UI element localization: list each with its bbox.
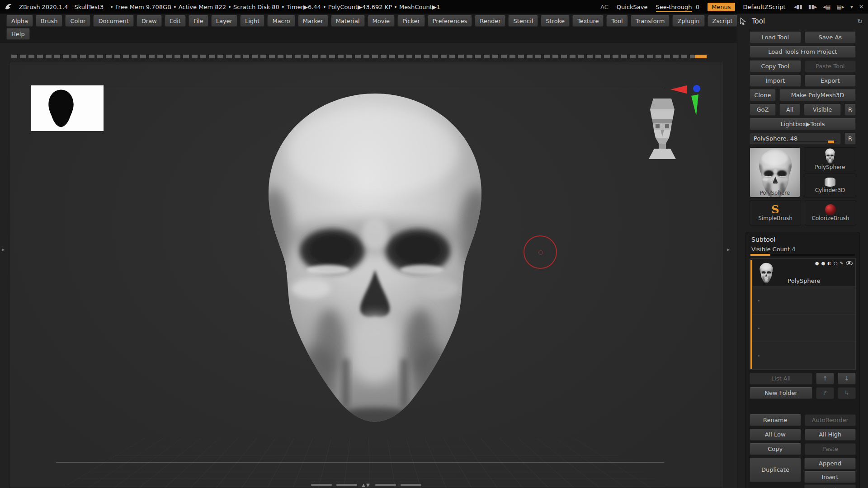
tool-thumb-simplebrush[interactable]: S SimpleBrush bbox=[750, 200, 801, 225]
right-tray-collapse-icon[interactable]: ▸ bbox=[727, 246, 730, 253]
save-as-button[interactable]: Save As bbox=[805, 32, 856, 43]
append-button[interactable]: Append bbox=[804, 458, 856, 469]
skull-model[interactable] bbox=[252, 89, 498, 423]
document-tick-bar[interactable] bbox=[11, 55, 695, 58]
subtool-down-button[interactable]: ↓ bbox=[838, 373, 856, 385]
menu-item-material[interactable]: Material bbox=[331, 15, 365, 27]
minimize-icon[interactable]: ▾ bbox=[850, 4, 853, 10]
insert-button[interactable]: Insert bbox=[804, 471, 856, 483]
duplicate-button[interactable]: Duplicate bbox=[750, 458, 801, 482]
copy-tool-button[interactable]: Copy Tool bbox=[750, 61, 801, 72]
menu-item-alpha[interactable]: Alpha bbox=[6, 15, 33, 27]
menu-item-zplugin[interactable]: Zplugin bbox=[672, 15, 704, 27]
rename-pencil-icon[interactable]: ✎ bbox=[840, 261, 844, 266]
quicksave-button[interactable]: QuickSave bbox=[617, 4, 648, 10]
menu-item-edit[interactable]: Edit bbox=[165, 15, 186, 27]
scroll-bar-segment[interactable] bbox=[375, 484, 396, 486]
empty-slot-dot bbox=[758, 328, 760, 329]
displacement-off-icon[interactable]: ○ bbox=[834, 261, 838, 266]
sculpting-canvas[interactable]: ▲▼ bbox=[9, 62, 723, 488]
canvas-bottom-controls[interactable]: ▲▼ bbox=[9, 483, 723, 488]
goz-all-button[interactable]: All bbox=[779, 104, 800, 116]
goz-visible-button[interactable]: Visible bbox=[804, 104, 841, 116]
uv-half-icon[interactable]: ◐ bbox=[827, 261, 831, 266]
see-through-value: 0 bbox=[696, 4, 699, 10]
menu-item-marker[interactable]: Marker bbox=[298, 15, 328, 27]
menu-item-preferences[interactable]: Preferences bbox=[428, 15, 472, 27]
all-high-button[interactable]: All High bbox=[805, 429, 856, 441]
make-polymesh3d-button[interactable]: Make PolyMesh3D bbox=[779, 89, 856, 101]
all-low-button[interactable]: All Low bbox=[750, 429, 801, 441]
lightbox-tools-button[interactable]: Lightbox▶Tools bbox=[750, 118, 856, 130]
menu-item-macro[interactable]: Macro bbox=[267, 15, 295, 27]
menu-item-texture[interactable]: Texture bbox=[572, 15, 604, 27]
menu-item-light[interactable]: Light bbox=[240, 15, 264, 27]
left-tray-collapse-icon[interactable]: ▸ bbox=[2, 246, 5, 253]
menu-item-brush[interactable]: Brush bbox=[36, 15, 63, 27]
see-through-slider[interactable]: See-through 0 bbox=[656, 4, 700, 10]
copy-button[interactable]: Copy bbox=[750, 443, 801, 455]
menu-item-file[interactable]: File bbox=[189, 15, 208, 27]
goz-r-button[interactable]: R bbox=[844, 104, 856, 116]
menu-item-stroke[interactable]: Stroke bbox=[541, 15, 569, 27]
close-icon[interactable]: ✕ bbox=[859, 4, 863, 10]
subtool-empty-slot[interactable] bbox=[753, 342, 855, 370]
menu-item-layer[interactable]: Layer bbox=[211, 15, 237, 27]
load-tool-button[interactable]: Load Tool bbox=[750, 32, 801, 43]
texture-on-icon[interactable]: ● bbox=[821, 261, 825, 266]
menu-item-movie[interactable]: Movie bbox=[368, 15, 395, 27]
divider-right-icon[interactable]: ▮▮▸ bbox=[808, 4, 817, 10]
panel-title: Tool bbox=[752, 17, 765, 25]
visibility-eye-icon[interactable] bbox=[846, 261, 853, 265]
dock-left-icon[interactable]: ◂▤ bbox=[823, 4, 830, 10]
subtool-title[interactable]: Subtool bbox=[751, 236, 856, 243]
new-folder-button[interactable]: New Folder bbox=[750, 387, 812, 399]
alpha-thumbnail[interactable] bbox=[31, 85, 104, 131]
menu-item-render[interactable]: Render bbox=[475, 15, 505, 27]
menu-item-color[interactable]: Color bbox=[65, 15, 90, 27]
slider-handle[interactable] bbox=[828, 141, 834, 143]
export-button[interactable]: Export bbox=[805, 75, 856, 87]
tool-r-button[interactable]: R bbox=[844, 133, 856, 145]
menus-toggle-button[interactable]: Menus bbox=[708, 3, 735, 11]
refresh-icon[interactable]: ↻ bbox=[857, 18, 863, 25]
load-tools-from-project-button[interactable]: Load Tools From Project bbox=[750, 46, 856, 58]
titlebar: ZBrush 2020.1.4 SkullTest3 • Free Mem 9.… bbox=[0, 0, 868, 14]
floor-grid bbox=[55, 438, 679, 488]
menu-item-help[interactable]: Help bbox=[6, 28, 30, 40]
subtool-palette: Subtool Visible Count 4 ● ● ◐ ○ ✎ bbox=[745, 232, 860, 488]
rename-button[interactable]: Rename bbox=[750, 414, 801, 426]
divider-left-icon[interactable]: ◂▮▮ bbox=[794, 4, 802, 10]
subtool-empty-slot[interactable] bbox=[753, 314, 855, 342]
clone-button[interactable]: Clone bbox=[750, 89, 776, 101]
canvas-updown-arrows[interactable]: ▲▼ bbox=[362, 483, 370, 488]
subtool-item-label: PolySphere bbox=[753, 277, 855, 284]
goz-button[interactable]: GoZ bbox=[750, 104, 776, 116]
import-button[interactable]: Import bbox=[750, 75, 801, 87]
dock-right-icon[interactable]: ▤▸ bbox=[837, 4, 844, 10]
menu-item-zscript[interactable]: Zscript bbox=[708, 15, 738, 27]
tick-bar-marker[interactable] bbox=[695, 55, 707, 58]
menu-item-document[interactable]: Document bbox=[93, 15, 133, 27]
tool-thumb-colorizebrush[interactable]: ColorizeBrush bbox=[805, 200, 856, 225]
menu-item-transform[interactable]: Transform bbox=[631, 15, 670, 27]
move-down-folder-button: ↳ bbox=[838, 387, 856, 399]
default-zscript-button[interactable]: DefaultZScript bbox=[743, 4, 786, 10]
active-tool-thumbnail[interactable]: PolySphere bbox=[750, 147, 800, 197]
tool-thumb-polysphere[interactable]: PolySphere bbox=[804, 147, 856, 171]
scroll-bar-segment[interactable] bbox=[336, 484, 357, 486]
active-tool-slider[interactable]: PolySphere. 48 bbox=[750, 133, 841, 145]
scroll-bar-segment[interactable] bbox=[311, 484, 332, 486]
menu-item-tool[interactable]: Tool bbox=[606, 15, 627, 27]
scroll-bar-segment[interactable] bbox=[401, 484, 421, 486]
axis-gizmo[interactable] bbox=[670, 82, 706, 121]
visible-count-slider[interactable] bbox=[750, 254, 855, 256]
polypaint-on-icon[interactable]: ● bbox=[815, 261, 819, 266]
menu-item-draw[interactable]: Draw bbox=[137, 15, 162, 27]
subtool-up-button[interactable]: ↑ bbox=[816, 373, 834, 385]
tool-thumb-cylinder3d[interactable]: Cylinder3D bbox=[804, 174, 856, 197]
subtool-empty-slot[interactable] bbox=[753, 287, 855, 314]
menu-item-stencil[interactable]: Stencil bbox=[508, 15, 538, 27]
menu-item-picker[interactable]: Picker bbox=[397, 15, 425, 27]
subtool-item-polysphere[interactable]: ● ● ◐ ○ ✎ PolySphere bbox=[753, 259, 855, 287]
